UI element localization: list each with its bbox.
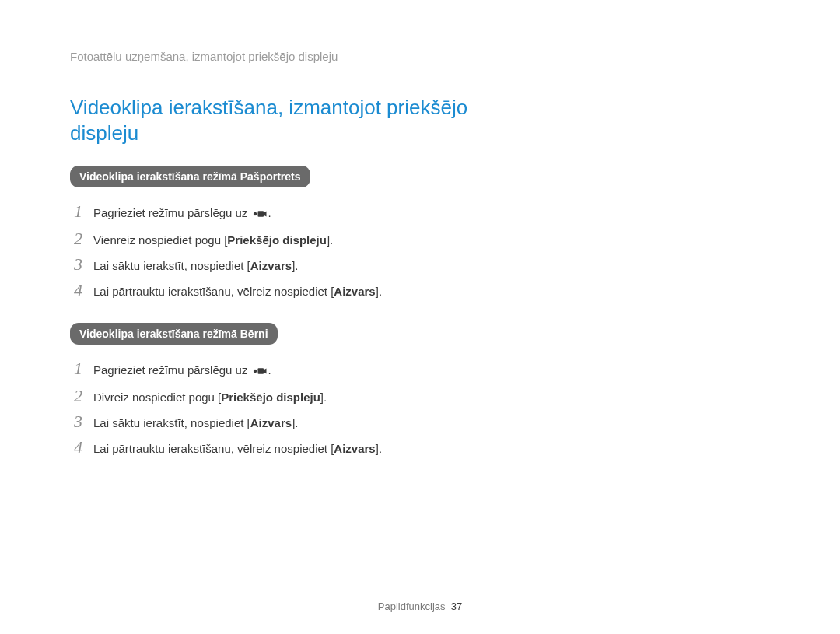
step-number: 3: [70, 412, 82, 432]
page-number: 37: [451, 601, 462, 612]
section-badge: Videoklipa ierakstīšana režīmā Pašportre…: [70, 166, 310, 187]
step-post: ].: [376, 442, 382, 455]
breadcrumb: Fotoattēlu uzņemšana, izmantojot priekšē…: [70, 50, 770, 68]
video-mode-icon: [253, 205, 267, 224]
step-pre: Lai pārtrauktu ierakstīšanu, vēlreiz nos…: [93, 442, 334, 455]
step-text: Pagrieziet režīmu pārslēgu uz .: [93, 361, 271, 381]
step-post: .: [268, 206, 271, 219]
step-number: 4: [70, 437, 82, 457]
step-pre: Lai sāktu ierakstīt, nospiediet [: [93, 259, 250, 272]
step-pre: Divreiz nospiediet pogu [: [93, 391, 221, 404]
section-badge: Videoklipa ierakstīšana režīmā Bērni: [70, 323, 278, 345]
page-footer: Papildfunkcijas 37: [0, 601, 840, 612]
svg-point-0: [253, 212, 256, 215]
step-post: ].: [376, 285, 382, 298]
steps-list: 1 Pagrieziet režīmu pārslēgu uz . 2 Divr…: [70, 359, 770, 458]
step-number: 2: [70, 386, 82, 406]
page-title: Videoklipa ierakstīšana, izmantojot prie…: [70, 95, 474, 145]
svg-rect-3: [257, 368, 264, 374]
step-post: ].: [292, 416, 298, 429]
steps-list: 1 Pagrieziet režīmu pārslēgu uz . 2 Vien…: [70, 201, 770, 301]
step-bold: Aizvars: [334, 285, 375, 298]
svg-point-2: [253, 370, 256, 373]
step-bold: Priekšējo displeju: [221, 391, 320, 404]
step-text: Lai pārtrauktu ierakstīšanu, vēlreiz nos…: [93, 282, 382, 301]
step-pre: Lai pārtrauktu ierakstīšanu, vēlreiz nos…: [93, 285, 334, 298]
step-item: 2 Vienreiz nospiediet pogu [Priekšējo di…: [70, 229, 770, 250]
footer-label: Papildfunkcijas: [378, 601, 446, 612]
section-pasportrets: Videoklipa ierakstīšana režīmā Pašportre…: [70, 166, 770, 301]
step-text: Pagrieziet režīmu pārslēgu uz .: [93, 204, 271, 224]
step-pre: Pagrieziet režīmu pārslēgu uz: [93, 363, 251, 377]
step-text: Vienreiz nospiediet pogu [Priekšējo disp…: [93, 231, 333, 250]
step-item: 1 Pagrieziet režīmu pārslēgu uz .: [70, 359, 770, 381]
svg-rect-1: [257, 211, 264, 217]
step-bold: Aizvars: [250, 416, 292, 429]
step-post: ].: [292, 259, 298, 272]
step-text: Lai pārtrauktu ierakstīšanu, vēlreiz nos…: [93, 440, 382, 458]
step-item: 4 Lai pārtrauktu ierakstīšanu, vēlreiz n…: [70, 280, 770, 301]
step-bold: Priekšējo displeju: [227, 233, 327, 247]
step-pre: Vienreiz nospiediet pogu [: [93, 233, 227, 247]
step-number: 2: [70, 229, 82, 249]
step-number: 3: [70, 254, 82, 275]
step-item: 1 Pagrieziet režīmu pārslēgu uz .: [70, 201, 770, 224]
step-pre: Lai sāktu ierakstīt, nospiediet [: [93, 416, 250, 429]
step-number: 4: [70, 280, 82, 300]
step-text: Lai sāktu ierakstīt, nospiediet [Aizvars…: [93, 414, 299, 433]
step-item: 2 Divreiz nospiediet pogu [Priekšējo dis…: [70, 386, 770, 407]
step-post: ].: [327, 233, 333, 247]
section-berni: Videoklipa ierakstīšana režīmā Bērni 1 P…: [70, 323, 770, 458]
step-number: 1: [70, 201, 82, 222]
step-item: 4 Lai pārtrauktu ierakstīšanu, vēlreiz n…: [70, 437, 770, 458]
step-post: .: [268, 363, 271, 377]
step-post: ].: [320, 391, 327, 404]
step-text: Divreiz nospiediet pogu [Priekšējo displ…: [93, 388, 327, 407]
step-bold: Aizvars: [334, 442, 375, 455]
step-number: 1: [70, 359, 82, 379]
step-text: Lai sāktu ierakstīt, nospiediet [Aizvars…: [93, 257, 299, 275]
video-mode-icon: [253, 363, 267, 381]
step-item: 3 Lai sāktu ierakstīt, nospiediet [Aizva…: [70, 412, 770, 433]
step-pre: Pagrieziet režīmu pārslēgu uz: [93, 206, 251, 219]
step-item: 3 Lai sāktu ierakstīt, nospiediet [Aizva…: [70, 254, 770, 275]
manual-page: Fotoattēlu uzņemšana, izmantojot priekšē…: [0, 0, 840, 634]
step-bold: Aizvars: [250, 259, 292, 272]
